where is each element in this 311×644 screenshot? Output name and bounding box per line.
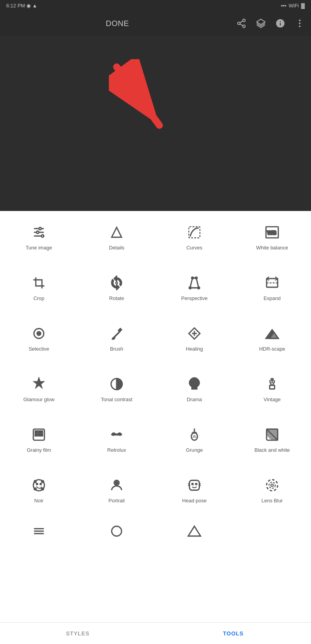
tool-head-pose[interactable]: Head pose	[156, 464, 233, 515]
head-pose-label: Head pose	[182, 498, 207, 504]
info-icon	[275, 18, 285, 28]
bottom-navigation: STYLES TOOLS	[0, 622, 311, 644]
glamour-glow-icon	[31, 376, 46, 393]
tool-brush[interactable]: Brush	[78, 312, 156, 363]
svg-rect-44	[270, 385, 275, 389]
svg-point-64	[42, 488, 44, 490]
svg-point-71	[269, 482, 275, 488]
tool-partial-2[interactable]	[78, 515, 156, 563]
wifi-icon: WiFi	[289, 3, 299, 9]
status-bar-left: 6:12 PM ◉ ▲	[6, 3, 37, 9]
tool-tonal-contrast[interactable]: Tonal contrast	[78, 363, 156, 414]
tools-tab[interactable]: TOOLS	[156, 623, 311, 644]
tool-rotate[interactable]: Rotate	[78, 262, 156, 312]
tool-details[interactable]: Details	[78, 211, 156, 262]
styles-tab[interactable]: STYLES	[0, 623, 156, 644]
tool-perspective[interactable]: Perspective	[156, 262, 233, 312]
status-time: 6:12 PM	[6, 3, 25, 9]
svg-point-27	[192, 277, 194, 279]
status-bar-right: ▪▪▪ WiFi ▓	[281, 3, 305, 9]
info-button[interactable]	[275, 18, 285, 28]
tool-portrait[interactable]: Portrait	[78, 464, 156, 515]
tool-crop[interactable]: Crop	[0, 262, 78, 312]
svg-line-3	[240, 24, 243, 26]
tool-vintage[interactable]: Vintage	[233, 363, 311, 414]
svg-point-68	[192, 483, 193, 484]
svg-point-7	[299, 23, 301, 24]
tool-drama[interactable]: Drama	[156, 363, 233, 414]
tool-lens-blur[interactable]: Lens Blur	[233, 464, 311, 515]
crop-label: Crop	[33, 295, 44, 302]
head-pose-icon	[187, 477, 202, 494]
perspective-icon	[187, 274, 202, 291]
layers-icon	[256, 18, 266, 28]
more-options-button[interactable]	[295, 18, 305, 28]
details-icon	[109, 224, 124, 241]
tool-partial-3[interactable]	[156, 515, 233, 563]
healing-label: Healing	[186, 346, 203, 353]
tune-image-label: Tune image	[26, 245, 52, 251]
red-arrow-indicator	[109, 59, 171, 137]
tool-black-and-white[interactable]: Black and white	[233, 414, 311, 464]
svg-line-4	[240, 21, 243, 23]
selective-icon	[31, 325, 46, 342]
svg-marker-20	[112, 227, 121, 237]
svg-rect-48	[38, 431, 40, 433]
svg-rect-47	[35, 431, 37, 433]
retrolux-icon	[109, 426, 124, 443]
partial-2-icon	[109, 523, 124, 540]
svg-point-59	[37, 483, 38, 484]
tool-grainy-film[interactable]: Grainy film	[0, 414, 78, 464]
glamour-glow-label: Glamour glow	[23, 397, 54, 403]
tool-tune-image[interactable]: Tune image	[0, 211, 78, 262]
retrolux-label: Retrolux	[107, 447, 126, 454]
share-button[interactable]	[236, 18, 246, 28]
partial-3-icon	[187, 523, 202, 540]
status-icons: ◉ ▲	[26, 3, 37, 9]
black-and-white-label: Black and white	[254, 447, 290, 454]
svg-point-72	[271, 484, 273, 486]
tool-noir[interactable]: Noir	[0, 464, 78, 515]
vintage-label: Vintage	[264, 397, 281, 403]
brush-icon	[109, 325, 124, 342]
svg-point-70	[267, 479, 278, 491]
tool-white-balance[interactable]: WB White balance	[233, 211, 311, 262]
signal-icon: ▪▪▪	[281, 3, 287, 9]
noir-label: Noir	[34, 498, 44, 504]
share-icon	[236, 18, 246, 28]
battery-icon: ▓	[301, 3, 305, 9]
drama-icon	[187, 376, 202, 393]
tools-section: Tune image Details Curves WB	[0, 211, 311, 563]
tool-retrolux[interactable]: Retrolux	[78, 414, 156, 464]
details-label: Details	[109, 245, 124, 251]
drama-label: Drama	[187, 397, 202, 403]
layers-button[interactable]	[256, 18, 266, 28]
tonal-contrast-icon	[109, 376, 124, 393]
white-balance-label: White balance	[256, 245, 288, 251]
partial-1-icon	[31, 523, 46, 540]
image-preview-area	[0, 36, 311, 211]
tool-selective[interactable]: Selective	[0, 312, 78, 363]
tool-partial-1[interactable]	[0, 515, 78, 563]
hdr-scape-icon	[265, 325, 280, 342]
svg-rect-50	[38, 434, 40, 436]
svg-rect-52	[41, 434, 43, 436]
tool-glamour-glow[interactable]: Glamour glow	[0, 363, 78, 414]
tune-image-icon	[31, 224, 46, 241]
rotate-icon	[109, 274, 124, 291]
tool-grunge[interactable]: Grunge	[156, 414, 233, 464]
grunge-icon	[187, 426, 202, 443]
curves-label: Curves	[186, 245, 202, 251]
tools-grid: Tune image Details Curves WB	[0, 211, 311, 515]
done-button[interactable]: DONE	[6, 19, 229, 28]
tool-healing[interactable]: Healing	[156, 312, 233, 363]
tonal-contrast-label: Tonal contrast	[101, 397, 133, 403]
tool-expand[interactable]: Expand	[233, 262, 311, 312]
svg-point-61	[34, 481, 36, 483]
svg-point-60	[40, 483, 41, 484]
noir-icon	[31, 477, 46, 494]
svg-point-19	[41, 235, 44, 237]
tool-hdr-scape[interactable]: HDR-scape	[233, 312, 311, 363]
white-balance-icon: WB	[265, 224, 280, 241]
tool-curves[interactable]: Curves	[156, 211, 233, 262]
